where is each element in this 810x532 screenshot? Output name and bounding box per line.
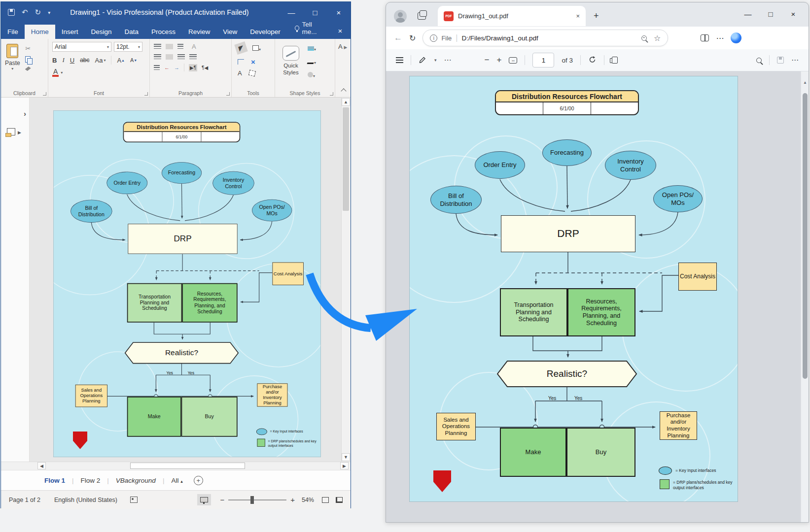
copy-icon[interactable] — [25, 56, 31, 63]
text-rotate-icon[interactable]: A — [192, 43, 196, 50]
node-order-entry[interactable]: Order Entry — [475, 151, 525, 179]
scroll-up-icon[interactable]: ▲ — [342, 98, 350, 106]
pdf-zoom-in-icon[interactable]: + — [496, 55, 501, 65]
visio-horizontal-scrollbar[interactable]: ◀ ▶ — [1, 462, 351, 470]
scroll-down-icon[interactable]: ▼ — [342, 453, 350, 461]
close-button[interactable]: × — [327, 2, 351, 23]
paste-button[interactable]: Paste ▾ — [5, 44, 20, 71]
node-open-pos-mos[interactable]: Open POs/ MOs — [653, 185, 703, 212]
node-transportation[interactable]: Transportation Planning and Scheduling — [127, 283, 182, 323]
back-icon[interactable]: ← — [394, 33, 402, 43]
tab-process[interactable]: Process — [145, 25, 182, 39]
pdf-more-icon[interactable]: ⋯ — [791, 56, 799, 65]
text-block-tool-icon[interactable]: A — [238, 69, 242, 77]
connector-tool-icon[interactable] — [238, 59, 244, 65]
node-resources[interactable]: Resources, Requirements, Planning, and S… — [182, 283, 237, 323]
tab-close-icon[interactable]: × — [576, 12, 580, 20]
pdf-scroll-thumb[interactable] — [803, 93, 808, 379]
shape-styles-dialog-launcher[interactable] — [330, 92, 333, 96]
status-page-indicator[interactable]: Page 1 of 2 — [9, 497, 40, 503]
quick-styles-button[interactable]: Quick Styles — [279, 46, 303, 76]
node-make[interactable]: Make — [500, 428, 566, 477]
node-open-pos-mos[interactable]: Open POs/ MOs — [252, 200, 292, 222]
page-tab-all[interactable]: All ▴ — [171, 477, 182, 484]
overflow-expand-icon[interactable]: ▶ — [344, 45, 348, 50]
node-resources[interactable]: Resources, Requirements, Planning, and S… — [567, 288, 635, 336]
address-bar[interactable]: i File | D:/Files/Drawing1_out.pdf ☆ — [423, 30, 668, 46]
node-cost-analysis[interactable]: Cost Analysis — [678, 263, 717, 291]
ltr-direction-icon[interactable]: ▶¶ — [189, 64, 197, 71]
pdf-viewer[interactable]: Distribution Resources Flowchart 6/1/00 … — [386, 71, 809, 523]
node-forecasting[interactable]: Forecasting — [542, 139, 592, 166]
rotate-tool-icon[interactable] — [248, 70, 256, 77]
settings-more-icon[interactable]: ⋯ — [716, 33, 724, 43]
tab-home[interactable]: Home — [25, 25, 55, 39]
close-button[interactable]: × — [782, 5, 805, 22]
decrease-indent-icon[interactable]: ← — [164, 65, 170, 70]
redo-icon[interactable]: ↻ — [35, 8, 41, 17]
align-top-icon[interactable] — [154, 44, 161, 49]
fit-width-icon[interactable]: ↔ — [509, 57, 517, 64]
status-language[interactable]: English (United States) — [54, 497, 117, 503]
node-make[interactable]: Make — [127, 397, 181, 436]
node-buy[interactable]: Buy — [566, 428, 635, 477]
zoom-out-icon[interactable]: − — [220, 496, 224, 504]
font-name-combobox[interactable]: Arial▾ — [52, 42, 111, 52]
zoom-level[interactable]: 54% — [302, 497, 314, 503]
node-buy[interactable]: Buy — [181, 397, 238, 436]
tab-review[interactable]: Review — [182, 25, 216, 39]
font-color-dropdown-icon[interactable]: ▾ — [61, 70, 63, 75]
shrink-font-button[interactable]: A▼ — [130, 57, 137, 63]
browser-tab[interactable]: PDF Drawing1_out.pdf × — [438, 6, 586, 26]
pdf-save-icon[interactable] — [777, 57, 784, 64]
align-right-icon[interactable] — [177, 54, 185, 60]
tab-data[interactable]: Data — [118, 25, 145, 39]
rtl-direction-icon[interactable]: ¶◀ — [202, 65, 208, 70]
flowchart-title-banner[interactable]: Distribution Resources Flowchart 6/1/00 — [123, 122, 241, 143]
pdf-page-input[interactable] — [532, 53, 554, 67]
italic-button[interactable]: I — [62, 56, 64, 64]
page-tab-vbackground[interactable]: VBackground — [116, 477, 156, 484]
copilot-icon[interactable] — [731, 33, 741, 43]
node-sales-operations[interactable]: Sales and Operations Planning — [75, 385, 107, 407]
pdf-scroll-up-icon[interactable]: ▲ — [803, 80, 807, 85]
pdf-search-icon[interactable] — [756, 58, 762, 63]
bold-button[interactable]: B — [52, 57, 57, 64]
url-text[interactable]: D:/Files/Drawing1_out.pdf — [462, 34, 638, 42]
fill-color-button[interactable]: ▾ — [308, 44, 316, 53]
scroll-left-icon[interactable]: ◀ — [37, 462, 46, 469]
switch-windows-icon[interactable] — [336, 497, 343, 503]
increase-indent-icon[interactable]: → — [174, 65, 179, 70]
tab-file[interactable]: File — [1, 25, 25, 39]
node-bill-of-distribution[interactable]: Bill of Distribution — [430, 186, 482, 214]
node-bill-of-distribution[interactable]: Bill of Distribution — [70, 200, 112, 223]
align-left-icon[interactable] — [154, 54, 161, 60]
node-realistic[interactable]: Realistic? — [125, 342, 239, 363]
presentation-mode-icon[interactable] — [200, 497, 208, 502]
zoom-indicator-icon[interactable] — [641, 35, 647, 41]
visio-canvas[interactable]: Distribution Resources Flowchart 6/1/00 … — [30, 98, 341, 462]
profile-avatar[interactable] — [394, 10, 407, 23]
pointer-tool-icon[interactable]: ◤ — [234, 41, 247, 55]
pen-dropdown-icon[interactable]: ▾ — [434, 58, 437, 63]
format-painter-icon[interactable] — [25, 66, 31, 71]
new-tab-icon[interactable]: + — [594, 11, 599, 21]
save-icon[interactable] — [8, 9, 15, 16]
pdf-zoom-out-icon[interactable]: − — [485, 55, 490, 65]
toc-icon[interactable] — [396, 57, 403, 63]
split-screen-icon[interactable] — [701, 34, 709, 41]
clipboard-dialog-launcher[interactable] — [43, 92, 46, 96]
page-tab-flow2[interactable]: Flow 2 — [81, 477, 101, 484]
effects-button[interactable]: ▾ — [308, 70, 316, 79]
rectangle-tool-icon[interactable]: ▾ — [252, 44, 261, 53]
justify-icon[interactable] — [189, 54, 197, 60]
stencil-icon[interactable] — [7, 128, 15, 135]
node-order-entry[interactable]: Order Entry — [106, 172, 147, 195]
macro-icon[interactable] — [130, 497, 138, 503]
node-sales-operations[interactable]: Sales and Operations Planning — [436, 413, 476, 440]
minimize-button[interactable]: — — [737, 5, 759, 22]
tab-insert[interactable]: Insert — [55, 25, 85, 39]
scroll-right-icon[interactable]: ▶ — [340, 462, 349, 469]
insert-page-button[interactable]: + — [194, 476, 203, 485]
node-transportation[interactable]: Transportation Planning and Scheduling — [500, 288, 567, 336]
